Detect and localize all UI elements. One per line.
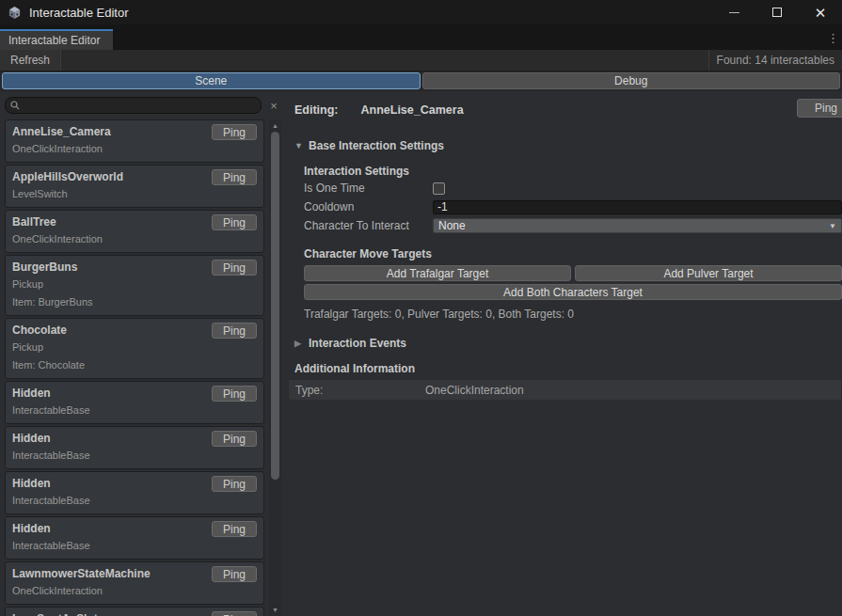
type-info-box: Type: OneClickInteraction [288,379,842,401]
foldout-open-icon: ▼ [294,141,303,150]
interactable-list: AnneLise_Camera Ping OneClickInteraction… [5,119,264,616]
item-detail: Item: Chocolate [12,356,257,374]
base-interaction-settings-foldout[interactable]: ▼ Base Interaction Settings [294,139,842,152]
item-ping-button[interactable]: Ping [212,169,257,185]
item-ping-button[interactable]: Ping [212,323,257,339]
tab-menu-kebab-icon[interactable]: ⋮ [827,31,839,45]
search-icon [10,97,20,114]
maximize-icon [772,8,782,17]
scene-list-panel: × AnneLise_Camera Ping OneClickInteracti… [0,91,282,616]
interaction-events-foldout[interactable]: ▶ Interaction Events [294,337,842,350]
item-ping-button[interactable]: Ping [212,386,257,402]
foldout-collapsed-icon: ▶ [294,339,303,348]
cooldown-label: Cooldown [304,200,433,213]
interaction-settings-header: Interaction Settings [304,164,842,179]
list-item[interactable]: Hidden Ping InteractableBase [5,426,264,469]
item-detail: Item: BurgerBuns [12,293,257,311]
window-title: Interactable Editor [29,6,129,20]
base-interaction-settings-label: Base Interaction Settings [309,139,444,152]
item-ping-button[interactable]: Ping [212,521,257,537]
editing-ping-button[interactable]: Ping [797,99,842,118]
cooldown-row: Cooldown [304,197,842,216]
tab-scene[interactable]: Scene [2,72,421,89]
editing-target-name: AnneLise_Camera [361,103,464,117]
close-icon: ✕ [815,6,827,20]
list-item[interactable]: LureSpotA_Slot Ping [5,607,264,616]
maximize-button[interactable] [755,0,799,24]
toolbar: Refresh Found: 14 interactables [0,50,842,71]
item-type: OneClickInteraction [12,140,257,158]
item-type: Pickup [12,339,257,356]
add-trafalgar-target-button[interactable]: Add Trafalgar Target [304,265,571,281]
list-item[interactable]: Hidden Ping InteractableBase [5,471,264,514]
item-type: OneClickInteraction [12,582,257,600]
search-row: × [0,91,282,119]
add-both-characters-target-button[interactable]: Add Both Characters Target [304,284,842,300]
base-settings-section: Interaction Settings Is One Time Cooldow… [294,164,842,322]
editor-detail-panel: Editing: AnneLise_Camera Ping ▼ Base Int… [282,91,842,616]
editing-label: Editing: [294,103,339,117]
item-ping-button[interactable]: Ping [212,124,257,140]
tab-debug[interactable]: Debug [422,72,841,89]
list-item[interactable]: LawnmowerStateMachine Ping OneClickInter… [5,561,264,605]
list-item[interactable]: Hidden Ping InteractableBase [5,381,264,424]
search-input[interactable] [5,97,262,114]
list-item[interactable]: BurgerBuns Ping Pickup Item: BurgerBuns [5,255,264,316]
cooldown-field[interactable] [433,200,842,214]
character-move-targets-header: Character Move Targets [304,246,842,261]
refresh-button[interactable]: Refresh [0,50,61,71]
add-pulver-target-button[interactable]: Add Pulver Target [575,265,842,281]
interactable-editor-window: Interactable Editor ✕ Interactable Edito… [0,0,842,616]
titlebar: Interactable Editor ✕ [0,0,842,24]
type-label: Type: [289,384,425,397]
character-to-interact-label: Character To Interact [304,219,433,232]
item-type: InteractableBase [12,402,257,419]
character-to-interact-value: None [438,219,466,232]
list-scrollbar[interactable]: ▲ ▼ [269,119,281,616]
chevron-down-icon: ▼ [829,222,836,230]
item-ping-button[interactable]: Ping [212,476,257,492]
add-both-button-row: Add Both Characters Target [304,284,842,300]
search-clear-button[interactable]: × [265,97,282,114]
is-one-time-row: Is One Time [304,179,842,197]
character-to-interact-dropdown[interactable]: None ▼ [433,218,842,233]
list-item[interactable]: AnneLise_Camera Ping OneClickInteraction [5,119,264,163]
toolbar-spacer [61,50,708,71]
item-type: InteractableBase [12,537,257,555]
item-ping-button[interactable]: Ping [212,566,257,582]
close-button[interactable]: ✕ [799,0,842,24]
add-target-button-row: Add Trafalgar Target Add Pulver Target [304,265,842,281]
item-type: InteractableBase [12,447,257,465]
item-ping-button[interactable]: Ping [212,214,257,230]
item-type: InteractableBase [12,492,257,510]
is-one-time-checkbox[interactable] [433,182,445,195]
list-item[interactable]: Hidden Ping InteractableBase [5,516,264,560]
list-item[interactable]: BallTree Ping OneClickInteraction [5,210,264,253]
editing-row: Editing: AnneLise_Camera Ping [294,101,842,119]
minimize-button[interactable] [712,0,755,24]
item-ping-button[interactable]: Ping [212,260,257,276]
item-type: OneClickInteraction [12,230,257,248]
item-ping-button[interactable]: Ping [212,431,257,447]
item-ping-button[interactable]: Ping [212,611,257,616]
editor-tabbar: Interactable Editor ⋮ [0,24,842,50]
type-value: OneClickInteraction [425,384,524,397]
scrollbar-thumb[interactable] [271,132,279,480]
interaction-events-label: Interaction Events [309,337,406,350]
list-item[interactable]: AppleHillsOverworld Ping LevelSwitch [5,165,264,208]
character-to-interact-row: Character To Interact None ▼ [304,216,842,235]
main-content: × AnneLise_Camera Ping OneClickInteracti… [0,91,842,616]
scroll-down-icon[interactable]: ▼ [269,607,281,613]
found-count-label: Found: 14 interactables [708,50,842,71]
window-controls: ✕ [712,0,842,24]
view-tab-row: Scene Debug [0,71,842,91]
targets-summary: Trafalgar Targets: 0, Pulver Targets: 0,… [304,307,842,322]
minimize-icon [729,12,739,13]
additional-information-header: Additional Information [294,361,842,376]
item-type: Pickup [12,276,257,293]
item-type: LevelSwitch [12,185,257,203]
tab-interactable-editor[interactable]: Interactable Editor [0,29,113,50]
is-one-time-label: Is One Time [304,182,433,195]
list-item[interactable]: Chocolate Ping Pickup Item: Chocolate [5,318,264,379]
scroll-up-icon[interactable]: ▲ [269,122,281,129]
